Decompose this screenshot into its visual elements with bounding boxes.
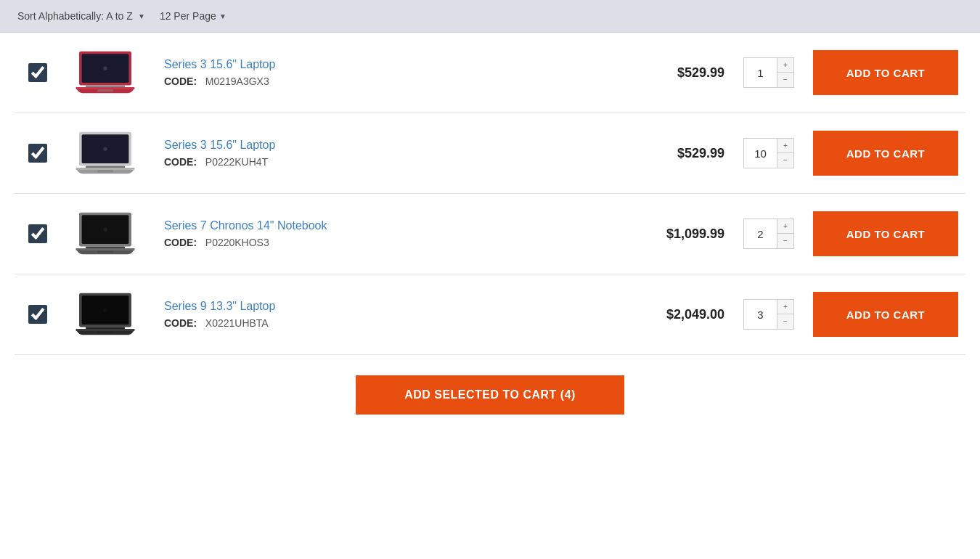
- qty-buttons-1: + −: [777, 58, 793, 87]
- svg-rect-3: [86, 86, 125, 88]
- product-code-2: CODE: P0222KUH4T: [164, 156, 626, 168]
- checkbox-wrap-3[interactable]: [22, 224, 54, 243]
- svg-rect-24: [86, 327, 125, 330]
- svg-point-27: [103, 308, 107, 311]
- svg-point-6: [103, 66, 107, 70]
- product-image-4: [65, 289, 145, 340]
- product-checkbox-3[interactable]: [28, 224, 47, 243]
- product-list: Series 3 15.6" Laptop CODE: M0219A3GX3 $…: [0, 33, 980, 355]
- qty-input-4[interactable]: [744, 306, 777, 324]
- qty-stepper-2[interactable]: + −: [743, 138, 794, 168]
- add-to-cart-button-1[interactable]: ADD TO CART: [813, 50, 958, 95]
- per-page-arrow-icon: ▼: [219, 12, 226, 20]
- qty-increment-2[interactable]: +: [777, 139, 793, 153]
- product-checkbox-1[interactable]: [28, 63, 47, 82]
- sort-arrow-icon: ▼: [138, 12, 145, 20]
- svg-point-20: [103, 227, 107, 231]
- qty-decrement-1[interactable]: −: [777, 73, 793, 87]
- svg-rect-25: [76, 329, 135, 331]
- product-code-1: CODE: M0219A3GX3: [164, 76, 626, 87]
- product-price-4: $2,049.00: [637, 307, 724, 322]
- qty-increment-3[interactable]: +: [777, 219, 793, 234]
- product-name-3: Series 7 Chronos 14" Notebook: [164, 219, 626, 232]
- qty-stepper-4[interactable]: + −: [743, 299, 794, 330]
- table-row: Series 7 Chronos 14" Notebook CODE: P022…: [15, 194, 965, 274]
- product-image-1: [65, 47, 145, 98]
- qty-decrement-3[interactable]: −: [777, 234, 793, 248]
- product-info-1: Series 3 15.6" Laptop CODE: M0219A3GX3: [157, 58, 626, 87]
- svg-rect-12: [97, 170, 113, 173]
- checkbox-wrap-4[interactable]: [22, 305, 54, 324]
- qty-increment-4[interactable]: +: [777, 300, 793, 314]
- svg-rect-5: [97, 89, 113, 92]
- qty-input-2[interactable]: [744, 144, 777, 163]
- add-selected-to-cart-button[interactable]: ADD SELECTED TO CART (4): [356, 375, 624, 415]
- svg-point-13: [103, 147, 107, 150]
- code-label-2: CODE:: [164, 156, 197, 168]
- qty-input-1[interactable]: [744, 64, 777, 82]
- sort-select[interactable]: Sort Alphabetically: A to Z: [17, 10, 135, 22]
- code-label-1: CODE:: [164, 76, 197, 87]
- svg-rect-11: [76, 168, 135, 170]
- code-label-3: CODE:: [164, 237, 197, 248]
- product-checkbox-4[interactable]: [28, 305, 47, 324]
- qty-increment-1[interactable]: +: [777, 58, 793, 73]
- qty-decrement-4[interactable]: −: [777, 314, 793, 329]
- add-to-cart-button-4[interactable]: ADD TO CART: [813, 292, 958, 337]
- product-name-1: Series 3 15.6" Laptop: [164, 58, 626, 71]
- toolbar: Sort Alphabetically: A to Z ▼ 12 Per Pag…: [0, 0, 980, 33]
- per-page-wrapper[interactable]: 12 Per Page ▼: [160, 10, 226, 22]
- product-name-4: Series 9 13.3" Laptop: [164, 300, 626, 313]
- sort-wrapper[interactable]: Sort Alphabetically: A to Z ▼: [17, 10, 145, 22]
- qty-buttons-3: + −: [777, 219, 793, 248]
- svg-rect-10: [86, 166, 125, 168]
- product-price-1: $529.99: [637, 65, 724, 81]
- product-info-2: Series 3 15.6" Laptop CODE: P0222KUH4T: [157, 139, 626, 168]
- per-page-select[interactable]: 12 Per Page: [160, 10, 216, 22]
- product-price-2: $529.99: [637, 146, 724, 161]
- product-info-4: Series 9 13.3" Laptop CODE: X0221UHBTA: [157, 300, 626, 329]
- footer-section: ADD SELECTED TO CART (4): [0, 355, 980, 429]
- qty-stepper-3[interactable]: + −: [743, 219, 794, 249]
- code-label-4: CODE:: [164, 317, 197, 329]
- checkbox-wrap-2[interactable]: [22, 144, 54, 163]
- qty-stepper-1[interactable]: + −: [743, 57, 794, 88]
- svg-rect-19: [97, 250, 113, 253]
- qty-decrement-2[interactable]: −: [777, 153, 793, 168]
- add-to-cart-button-2[interactable]: ADD TO CART: [813, 131, 958, 176]
- checkbox-wrap-1[interactable]: [22, 63, 54, 82]
- product-price-3: $1,099.99: [637, 227, 724, 242]
- product-code-4: CODE: X0221UHBTA: [164, 317, 626, 329]
- table-row: Series 9 13.3" Laptop CODE: X0221UHBTA $…: [15, 274, 965, 355]
- table-row: Series 3 15.6" Laptop CODE: P0222KUH4T $…: [15, 113, 965, 194]
- table-row: Series 3 15.6" Laptop CODE: M0219A3GX3 $…: [15, 33, 965, 113]
- product-image-3: [65, 208, 145, 259]
- qty-buttons-4: + −: [777, 300, 793, 329]
- product-code-3: CODE: P0220KHOS3: [164, 237, 626, 248]
- qty-input-3[interactable]: [744, 225, 777, 243]
- svg-rect-4: [76, 87, 135, 89]
- product-name-2: Series 3 15.6" Laptop: [164, 139, 626, 152]
- qty-buttons-2: + −: [777, 139, 793, 168]
- product-image-2: [65, 128, 145, 179]
- svg-rect-26: [97, 331, 113, 334]
- product-info-3: Series 7 Chronos 14" Notebook CODE: P022…: [157, 219, 626, 248]
- product-checkbox-2[interactable]: [28, 144, 47, 163]
- svg-rect-17: [86, 247, 125, 249]
- add-to-cart-button-3[interactable]: ADD TO CART: [813, 211, 958, 256]
- svg-rect-18: [76, 248, 135, 250]
